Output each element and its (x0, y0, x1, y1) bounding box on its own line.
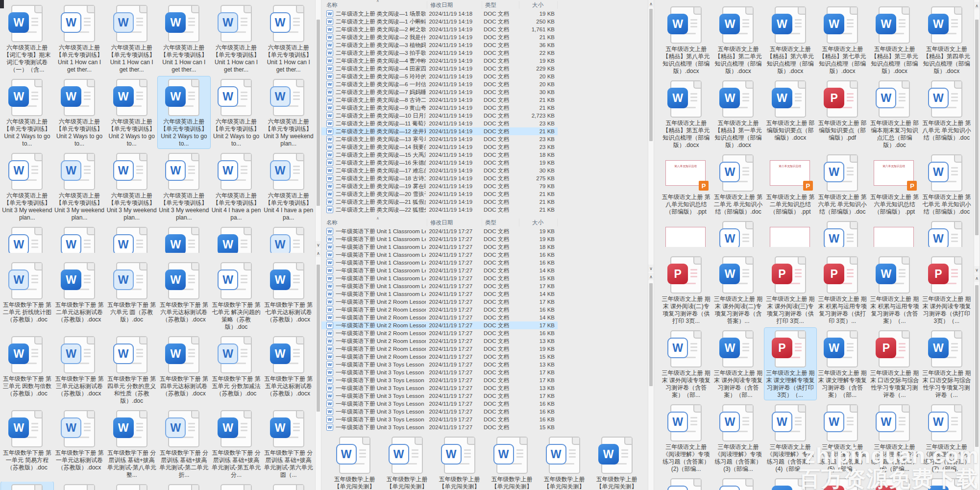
file-tile[interactable]: W (105, 482, 158, 490)
file-tile[interactable]: W (158, 224, 210, 253)
file-tile[interactable]: W三年级语文上册 期末 口语交际与综合性学习专项复习测评卷（... (921, 328, 973, 400)
file-row[interactable]: W一年级英语下册 Unit 1 Classroom Les...2024/11/… (321, 235, 558, 243)
file-row[interactable]: W二年级语文上册 类文阅读—12 坐井观...2024/11/19 14:19D… (321, 127, 558, 135)
file-tile[interactable]: 第六单元知识总结P五年级语文上册 第六单元知识总结（部编版） .ppt (868, 152, 920, 217)
file-tile[interactable]: W六年级英语上册【单元专项训练】Unit 3 My weekend plan..… (1, 150, 53, 222)
file-tile[interactable]: W五年级数学上册【单元闯关测】 (328, 434, 381, 487)
file-row[interactable]: W一年级英语下册 Unit 3 Toys Lesson 3 ...2024/11… (321, 416, 558, 423)
left-pane-scrollbar[interactable]: ∨ ∧ (315, 0, 321, 490)
file-tile[interactable]: W (262, 482, 315, 490)
file-tile[interactable]: W五年级数学下册 第七单元达标测试卷（苏教版）.docx (262, 260, 315, 332)
file-row[interactable]: W一年级英语下册 Unit 3 Toys Lesson 3 ...2024/11… (321, 400, 558, 408)
file-tile[interactable]: W五年级数学下册 第三单元达标测试卷（苏教版）.docx (53, 334, 106, 406)
file-tile[interactable]: W六年级英语上册【单元专项训练】Unit 1 How can I get the… (158, 2, 210, 74)
file-tile[interactable]: W五年级数学下册 第六单元 圆（苏教版）.doc (105, 260, 158, 332)
scroll-up-icon[interactable]: ∧ (648, 273, 654, 280)
file-tile[interactable]: W五年级数学下册 分层训练 基础+拔高 单元测试-第八单元 整... (105, 408, 158, 480)
file-tile[interactable]: W五年级语文上册 部编版知识要点（部编版）.docx (764, 78, 816, 150)
file-tile[interactable]: W五年级语文上册【精品】第三单元知识点梳理（部编版）.docx (868, 4, 920, 76)
file-tile[interactable]: P (764, 219, 816, 247)
file-tile[interactable]: W (712, 219, 764, 247)
file-tile[interactable]: W五年级语文上册 第二单元 单元知识小结（部编版）.doc (712, 152, 764, 217)
file-tile[interactable]: 第八单元知识总结P五年级语文上册 第八单元知识总结（部编版） .ppt (660, 152, 712, 217)
file-tile[interactable]: W六年级英语上册【单元专项训练】Unit 3 My weekend plan..… (105, 150, 158, 222)
file-tile[interactable]: P三年级语文上册 期末 课外阅读(三)专项复习测评卷（供打印 3页... (764, 254, 816, 326)
file-row[interactable]: W一年级英语下册 Unit 2 Room Lesson ...2024/11/1… (321, 321, 558, 329)
file-row[interactable]: W二年级语文上册 类文阅读—1 小蝌蚪找...2024/11/19 14:19D… (321, 18, 558, 25)
file-row[interactable]: W一年级英语下册 Unit 1 Classroom Les...2024/11/… (321, 243, 558, 251)
file-row[interactable]: W一年级英语下册 Unit 3 Toys Lesson 3 ...2024/11… (321, 408, 558, 416)
file-tile[interactable]: W五年级数学上册【单元闯关测】 (538, 434, 590, 487)
file-tile[interactable]: W五年级数学下册 第五单元达标测试卷（苏教版）.docx (262, 334, 315, 406)
file-tile[interactable]: W五年级语文上册【精品】第六单元知识点梳理（部编版）.docx (764, 4, 816, 76)
file-row[interactable]: W二年级语文上册 类文阅读—11 葡萄沟...2024/11/19 14:19D… (321, 120, 558, 127)
file-tile[interactable]: W五年级语文上册 第七单元 单元知识小结（部编版）.doc (921, 152, 973, 217)
file-tile[interactable]: W (921, 476, 973, 490)
file-tile[interactable]: W五年级数学下册 分层训练 基础+拔高 单元测试-第六单元 圆（... (262, 408, 315, 480)
scroll-down-icon[interactable]: ∨ (316, 241, 321, 248)
file-row[interactable]: W一年级英语下册 Unit 3 Toys Lesson 1 ...2024/11… (321, 376, 558, 384)
file-tile[interactable]: W (660, 476, 712, 490)
file-tile[interactable]: W五年级语文上册【精品】第五单元知识点梳理（部编版）.docx (660, 78, 712, 150)
file-row[interactable]: W二年级语文上册 类文阅读—3 拍手歌 (...2024/11/19 14:19… (321, 49, 558, 57)
file-tile[interactable]: W五年级语文上册 部编本期末复习知识点汇总（部编版）.doc (868, 78, 920, 150)
file-row[interactable]: W一年级英语下册 Unit 2 Room Lesson ...2024/11/1… (321, 298, 558, 306)
file-tile[interactable]: P (868, 219, 920, 247)
file-tile[interactable]: W (210, 224, 263, 253)
file-tile[interactable]: W六年级英语上册【单元专项训练】Unit 1 How can I get the… (53, 2, 106, 74)
file-tile[interactable]: W五年级数学下册 第七单元 解决问题的策略（苏教版）.doc (210, 260, 263, 332)
file-tile[interactable]: W五年级数学下册 第一单元 简易方程（苏教版）.doc (1, 408, 53, 480)
file-tile[interactable]: W五年级语文上册 第六单元 单元知识小结（部编版）.doc (816, 152, 868, 217)
file-tile[interactable]: W五年级数学下册 分层训练 基础+拔高 单元测试-第二单元 折... (158, 408, 210, 480)
file-row[interactable]: W一年级英语下册 Unit 1 Classroom Les...2024/11/… (321, 251, 558, 259)
file-tile[interactable]: W五年级数学下册 第四单元 分数的意义和性质（苏教版）.doc (105, 334, 158, 406)
file-tile[interactable]: W (105, 224, 158, 253)
column-header-date[interactable]: 修改日期 (427, 219, 482, 226)
file-row[interactable]: W一年级英语下册 Unit 2 Room Lesson ...2024/11/1… (321, 345, 558, 353)
file-tile[interactable]: P五年级语文上册 部编版知识要点（部编版）.pdf (816, 78, 868, 150)
file-tile[interactable]: P三年级语文上册 期末 课外阅读专项复习测评卷（供打印 3页）（... (921, 254, 973, 326)
file-tile[interactable]: W (262, 224, 315, 253)
column-header-type[interactable]: 类型 (482, 219, 519, 226)
scrollbar-thumb[interactable] (317, 20, 320, 206)
column-header-name[interactable]: 名称 (321, 1, 427, 9)
right-pane-scrollbar[interactable]: ∧ ∨ ∧ (974, 0, 980, 490)
file-tile[interactable]: P三年级语文上册 期末 课外阅读(二)专项复习测评卷（供打印 3页... (660, 254, 712, 326)
file-tile[interactable]: W三年级语文上册 期末 课外阅读(二)专项复习测评卷（含答案）... (712, 254, 764, 326)
file-row[interactable]: W二年级语文上册 类文阅读—21 狐假虎...2024/11/19 14:19D… (321, 198, 558, 206)
file-tile[interactable]: W三年级语文上册 期末 积累与运用专项复习测评卷（含答案）（... (868, 254, 920, 326)
file-tile[interactable]: W六年级英语上册【单元专项训练】Unit 1 How can I get the… (105, 2, 158, 74)
file-tile[interactable]: W三年级语文上册 期末 课外阅读专项复习测评卷（含答案）（部... (660, 328, 712, 400)
file-tile[interactable]: W三年级语文上册《阅读理解》专项练习题（含答案）(3)（部编... (712, 402, 764, 474)
file-tile[interactable]: 第二单元知识总结P五年级语文上册 第二单元知识总结（部编版） .ppt (764, 152, 816, 217)
file-tile[interactable]: W三年级语文上册《阅读理解》专项练习题（含答案）(4)（部编... (764, 402, 816, 474)
file-tile[interactable]: W三年级语文上册《阅读理解》专项练习题（含答案）(2)（部编... (660, 402, 712, 474)
file-tile[interactable]: W (921, 219, 973, 247)
scroll-down-icon[interactable]: ∨ (648, 265, 654, 272)
file-row[interactable]: W一年级英语下册 Unit 1 Classroom Les...2024/11/… (321, 259, 558, 267)
file-tile[interactable]: W五年级数学下册 第五单元 分数加减法（苏教版）.doc (210, 334, 263, 406)
file-row[interactable]: W一年级英语下册 Unit 2 Room Lesson ...2024/11/1… (321, 337, 558, 345)
file-tile[interactable]: W五年级语文上册【精品】第七单元知识点梳理（部编版）.docx (816, 4, 868, 76)
file-row[interactable]: W二年级语文上册 类文阅读—20 雪孩子...2024/11/19 14:19D… (321, 190, 558, 198)
file-tile[interactable]: W (210, 482, 263, 490)
file-tile[interactable]: W六年级英语上册【单元专项训练】Unit 3 My weekend plan..… (53, 150, 106, 222)
file-row[interactable]: W二年级语文上册 类文阅读—7 妈妈睡...2024/11/19 14:19DO… (321, 88, 558, 96)
file-tile[interactable]: W六年级英语上册【单元专项训练】Unit 3 My weekend plan..… (262, 76, 315, 148)
file-tile[interactable]: W五年级数学上册【单元闯关测】 (590, 434, 643, 487)
file-row[interactable]: W二年级语文上册 类文阅读—2 树之歌...2024/11/19 14:19DO… (321, 25, 558, 33)
file-row[interactable]: W一年级英语下册 Unit 1 Classroom Les...2024/11/… (321, 274, 558, 282)
file-tile[interactable]: P (660, 219, 712, 247)
file-tile[interactable]: W六年级英语上册【词汇专项】期末词汇专项测试卷（一）（含... (1, 2, 53, 74)
file-tile[interactable]: W (1, 482, 53, 490)
middle-pane-scrollbar[interactable]: ∧ ∨ ∧ (648, 0, 654, 490)
file-tile[interactable]: W五年级数学下册 第二单元达标测试卷（苏教版）.docx (53, 260, 106, 332)
file-row[interactable]: W二年级语文上册 类文阅读—2 我是什么...2024/11/19 14:19D… (321, 33, 558, 41)
file-tile[interactable]: W五年级语文上册【精品】第一单元知识点梳理（部编版）.docx (712, 78, 764, 150)
file-tile[interactable]: W (712, 476, 764, 490)
file-tile[interactable]: W三年级语文上册 期末 课文理解专项复习测评卷（含答案）（部... (816, 328, 868, 400)
file-tile[interactable]: W六年级英语上册【单元专项训练】Unit 1 How can I get the… (210, 2, 263, 74)
column-header-name[interactable]: 名称 (321, 219, 427, 226)
file-row[interactable]: W二年级语文上册 类文阅读—14 我要的...2024/11/19 14:19D… (321, 143, 558, 151)
file-tile[interactable]: W六年级英语上册【单元专项训练】Unit 2 Ways to go to... (53, 76, 106, 148)
